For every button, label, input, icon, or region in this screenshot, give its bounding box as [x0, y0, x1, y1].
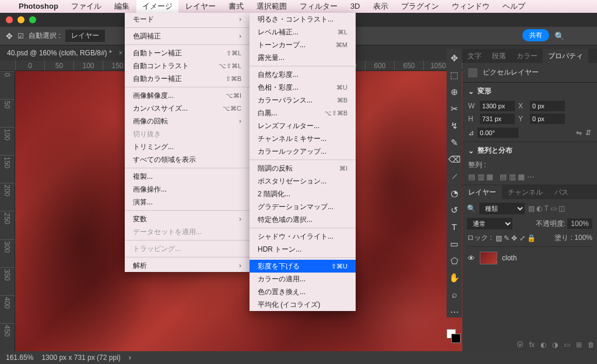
tool-button[interactable]: ⌕ [448, 289, 460, 301]
menu-item[interactable]: すべての領域を表示 [125, 153, 250, 166]
tab-properties[interactable]: プロパティ [543, 49, 588, 63]
lock-icons[interactable]: ▨ ✎ ✥ ⤢ 🔒 [496, 234, 536, 242]
trash-icon[interactable]: 🗑 [588, 341, 595, 349]
tool-button[interactable]: ▭ [448, 238, 460, 250]
tab-color[interactable]: カラー [511, 49, 543, 63]
menu-filter[interactable]: フィルター [294, 0, 343, 13]
tool-button[interactable]: ⌫ [448, 154, 460, 165]
menu-item[interactable]: 自動カラー補正⇧⌘B [125, 72, 250, 85]
menu-window[interactable]: ウィンドウ [446, 0, 496, 13]
menu-item[interactable]: レベル補正...⌘L [250, 26, 356, 38]
tool-button[interactable]: ✥ [448, 52, 460, 64]
height-input[interactable] [480, 114, 515, 124]
menu-3d[interactable]: 3D [345, 0, 366, 13]
menu-layer[interactable]: レイヤー [180, 0, 222, 13]
minimize-icon[interactable] [17, 16, 24, 23]
fx-icon[interactable]: fx [529, 341, 535, 349]
menu-item[interactable]: 自動コントラスト⌥⇧⌘L [125, 59, 250, 72]
filter-select[interactable]: 種類 [479, 203, 525, 214]
y-input[interactable] [530, 114, 565, 124]
filter-pixmap-icon[interactable]: ▧ ◐ T ▭ ◫ [528, 204, 565, 213]
folder-icon[interactable]: ▭ [564, 341, 570, 349]
zoom-value[interactable]: 161.65% [6, 354, 33, 362]
menu-item[interactable]: 彩度を下げる⇧⌘U [250, 260, 356, 273]
new-layer-icon[interactable]: ⊞ [576, 341, 582, 349]
menu-item[interactable]: 色調補正 [125, 30, 250, 43]
menu-item[interactable]: トリミング... [125, 140, 250, 153]
menu-item[interactable]: レンズフィルター... [250, 119, 356, 132]
menu-item[interactable]: トーンカーブ...⌘M [250, 38, 356, 51]
share-button[interactable]: 共有 [522, 29, 549, 41]
menu-select[interactable]: 選択範囲 [251, 0, 293, 13]
menu-item[interactable]: 解析 [125, 259, 250, 272]
x-input[interactable] [530, 101, 565, 111]
filter-icon[interactable]: 🔍 [467, 204, 476, 213]
app-name[interactable]: Photoshop [13, 0, 64, 13]
menu-help[interactable]: ヘルプ [497, 0, 531, 13]
target-select[interactable]: レイヤー [65, 30, 105, 42]
maximize-icon[interactable] [29, 16, 36, 23]
menu-item[interactable]: 白黒...⌥⇧⌘B [250, 107, 356, 119]
visibility-icon[interactable]: 👁 [467, 254, 475, 263]
tab-paths[interactable]: パス [549, 185, 574, 199]
layer-thumbnail[interactable] [480, 252, 497, 264]
menu-item[interactable]: 自然な彩度... [250, 68, 356, 81]
mask-icon[interactable]: ◐ [540, 341, 546, 349]
menu-plugin[interactable]: プラグイン [395, 0, 445, 13]
menu-item[interactable]: 露光量... [250, 51, 356, 64]
adjustment-icon[interactable]: ◑ [552, 341, 558, 349]
menu-view[interactable]: 表示 [367, 0, 394, 13]
menu-item[interactable]: グラデーションマップ... [250, 200, 356, 213]
close-icon[interactable] [6, 16, 13, 23]
menu-item[interactable]: カンバスサイズ...⌥⌘C [125, 102, 250, 115]
width-input[interactable] [480, 101, 515, 111]
flip-v-icon[interactable]: ⇵ [585, 129, 591, 137]
menu-item[interactable]: 画像操作... [125, 183, 250, 196]
layer-row[interactable]: 👁 cloth [467, 250, 592, 266]
tool-button[interactable]: ↯ [448, 120, 460, 132]
menu-item[interactable]: 明るさ・コントラスト... [250, 13, 356, 26]
tool-button[interactable]: ✎ [448, 137, 460, 149]
menu-item[interactable]: 2 階調化... [250, 188, 356, 200]
menu-item[interactable]: 画像解像度...⌥⌘I [125, 89, 250, 102]
tool-button[interactable]: ◔ [448, 188, 460, 199]
background-swatch[interactable] [451, 334, 461, 343]
layer-name[interactable]: cloth [502, 254, 517, 262]
menu-file[interactable]: ファイル [65, 0, 107, 13]
angle-input[interactable] [477, 128, 518, 138]
chevron-down-icon[interactable]: ⌄ [468, 147, 474, 155]
tool-button[interactable]: ✋ [448, 272, 460, 284]
align-buttons[interactable]: ▤ ▥ ▦ ▤ ▥ ▦ ⋯ [468, 172, 591, 181]
menu-edit[interactable]: 編集 [108, 0, 135, 13]
menu-item[interactable]: カラーの適用... [250, 273, 356, 285]
blend-select[interactable]: 通常 [467, 218, 512, 229]
tool-button[interactable]: ⬚ [448, 69, 460, 81]
menu-item[interactable]: 複製... [125, 170, 250, 183]
tab-character[interactable]: 文字 [462, 49, 487, 63]
tab-close-icon[interactable]: × [119, 49, 123, 57]
tool-button[interactable]: T [448, 221, 460, 233]
tool-button[interactable]: ✂ [448, 103, 460, 115]
flip-h-icon[interactable]: ⇋ [576, 129, 582, 137]
menu-item[interactable]: 色の置き換え... [250, 285, 356, 298]
menu-item[interactable]: チャンネルミキサー... [250, 132, 356, 145]
tab-paragraph[interactable]: 段落 [487, 49, 511, 63]
tab-channels[interactable]: チャンネル [502, 185, 549, 199]
menu-item[interactable]: HDR トーン... [250, 243, 356, 256]
document-tab[interactable]: 40.psd @ 160% (cloth, RGB/8#) * [7, 49, 112, 57]
chevron-down-icon[interactable]: ⌄ [468, 87, 474, 96]
menu-item[interactable]: カラーバランス...⌘B [250, 94, 356, 107]
menu-item[interactable]: カラールックアップ... [250, 145, 356, 158]
menu-item[interactable]: 変数 [125, 213, 250, 225]
tool-button[interactable]: ↺ [448, 204, 460, 216]
menu-image[interactable]: イメージ [136, 0, 178, 13]
tab-layers[interactable]: レイヤー [462, 185, 502, 199]
menu-item[interactable]: 自動トーン補正⇧⌘L [125, 47, 250, 59]
search-icon[interactable]: 🔍 [554, 31, 564, 41]
menu-item[interactable]: 特定色域の選択... [250, 213, 356, 226]
menu-item[interactable]: モード [125, 13, 250, 26]
menu-item[interactable]: 画像の回転 [125, 115, 250, 128]
popup-icon[interactable]: › [129, 354, 131, 362]
menu-item[interactable]: シャドウ・ハイライト... [250, 230, 356, 243]
color-swatches[interactable] [447, 329, 462, 349]
